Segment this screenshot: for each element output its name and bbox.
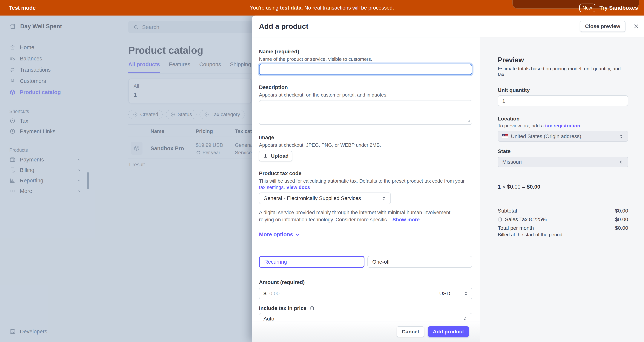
billed-note: Billed at the start of the period bbox=[498, 232, 628, 238]
test-mode-label: Test mode bbox=[9, 5, 36, 11]
pricing-model-toggle: Recurring One-off bbox=[259, 256, 472, 268]
name-input[interactable] bbox=[259, 64, 472, 75]
tax-code-value: General - Electronically Supplied Servic… bbox=[264, 195, 361, 201]
select-chevrons-icon bbox=[464, 291, 468, 296]
select-chevrons-icon bbox=[382, 196, 386, 201]
close-preview-button[interactable]: Close preview bbox=[580, 21, 626, 32]
screen: Day Well Spent Home Balances Transaction… bbox=[0, 0, 644, 342]
total-label: Subtotal bbox=[498, 208, 517, 214]
state-select[interactable]: Missouri bbox=[498, 157, 628, 167]
name-label: Name (required) bbox=[259, 48, 472, 55]
info-icon[interactable] bbox=[310, 306, 314, 311]
amount-input[interactable] bbox=[270, 290, 435, 296]
total-label: Total per month bbox=[498, 225, 534, 231]
location-label: Location bbox=[498, 116, 628, 122]
preview-calculation: 1 × $0.00 = $0.00 bbox=[498, 184, 628, 190]
currency-value: USD bbox=[439, 290, 450, 296]
totals-table: Subtotal $0.00 Sales Tax 8.225% $0.00 To… bbox=[498, 208, 628, 238]
tax-code-help: This will be used for calculating automa… bbox=[259, 178, 468, 191]
divider bbox=[498, 176, 628, 176]
image-label: Image bbox=[259, 134, 472, 141]
amount-input-wrap: $ bbox=[259, 288, 435, 299]
country-value: United States (Origin address) bbox=[511, 133, 581, 139]
total-value: $0.00 bbox=[615, 225, 628, 231]
upload-button[interactable]: Upload bbox=[259, 151, 292, 161]
subtotal-row: Subtotal $0.00 bbox=[498, 208, 628, 214]
currency-symbol: $ bbox=[264, 290, 266, 296]
tax-registration-link[interactable]: tax registration bbox=[545, 123, 580, 129]
add-product-modal: Add a product Close preview Name (requir… bbox=[252, 16, 644, 342]
select-chevrons-icon bbox=[463, 316, 468, 321]
unit-quantity-input[interactable] bbox=[498, 95, 628, 106]
tax-code-description: A digital service provided mainly throug… bbox=[259, 209, 466, 223]
preview-subtitle: Estimate totals based on pricing model, … bbox=[498, 66, 628, 78]
sales-tax-row: Sales Tax 8.225% $0.00 bbox=[498, 216, 628, 222]
modal-header: Add a product Close preview bbox=[252, 16, 644, 38]
us-flag-icon bbox=[502, 134, 508, 138]
try-sandboxes-button[interactable]: Try Sandboxes bbox=[600, 5, 638, 11]
view-docs-link[interactable]: View docs bbox=[286, 184, 310, 190]
amount-field-group: $ USD bbox=[259, 288, 472, 299]
description-label: Description bbox=[259, 84, 472, 91]
currency-select[interactable]: USD bbox=[435, 288, 472, 299]
show-more-link[interactable]: Show more bbox=[392, 217, 420, 222]
one-off-toggle-button[interactable]: One-off bbox=[368, 256, 472, 268]
more-options-link[interactable]: More options bbox=[259, 231, 472, 238]
modal-footer: Cancel Add product bbox=[252, 321, 480, 342]
divider bbox=[259, 246, 472, 246]
chevron-down-icon bbox=[295, 232, 300, 237]
location-help: To preview tax, add a tax registration. bbox=[498, 123, 628, 129]
select-chevrons-icon bbox=[619, 134, 624, 139]
cancel-button[interactable]: Cancel bbox=[396, 326, 424, 337]
preview-title: Preview bbox=[498, 56, 628, 64]
state-label: State bbox=[498, 148, 628, 154]
test-data-message: You're using test data. No real transact… bbox=[250, 5, 394, 11]
total-value: $0.00 bbox=[615, 216, 628, 222]
modal-title: Add a product bbox=[259, 22, 308, 31]
description-textarea[interactable] bbox=[259, 100, 472, 125]
upload-icon bbox=[263, 153, 268, 159]
name-help: Name of the product or service, visible … bbox=[259, 56, 472, 62]
tax-code-select[interactable]: General - Electronically Supplied Servic… bbox=[259, 192, 391, 204]
total-label: Sales Tax 8.225% bbox=[505, 216, 547, 222]
description-help: Appears at checkout, on the customer por… bbox=[259, 92, 472, 98]
amount-label: Amount (required) bbox=[259, 279, 472, 285]
recurring-toggle-button[interactable]: Recurring bbox=[259, 256, 364, 268]
new-badge: New bbox=[579, 4, 596, 12]
close-icon[interactable] bbox=[633, 23, 639, 29]
include-tax-label: Include tax in price bbox=[259, 305, 472, 311]
add-product-button[interactable]: Add product bbox=[428, 326, 469, 337]
tax-code-label: Product tax code bbox=[259, 170, 472, 177]
total-value: $0.00 bbox=[615, 208, 628, 214]
info-icon[interactable] bbox=[498, 217, 503, 222]
preview-panel: Preview Estimate totals based on pricing… bbox=[480, 38, 644, 342]
tax-settings-link[interactable]: tax settings bbox=[259, 184, 284, 190]
resize-grip-icon[interactable] bbox=[466, 119, 470, 123]
image-help: Appears at checkout. JPEG, PNG, or WEBP … bbox=[259, 142, 472, 148]
product-form: Name (required) Name of the product or s… bbox=[252, 38, 480, 342]
test-mode-banner: Test mode You're using test data. No rea… bbox=[0, 0, 644, 16]
state-value: Missouri bbox=[502, 159, 522, 165]
country-select[interactable]: United States (Origin address) bbox=[498, 131, 628, 142]
select-chevrons-icon bbox=[619, 160, 624, 164]
total-per-month-row: Total per month $0.00 bbox=[498, 225, 628, 231]
calc-total: $0.00 bbox=[527, 184, 540, 190]
unit-quantity-label: Unit quantity bbox=[498, 87, 628, 93]
